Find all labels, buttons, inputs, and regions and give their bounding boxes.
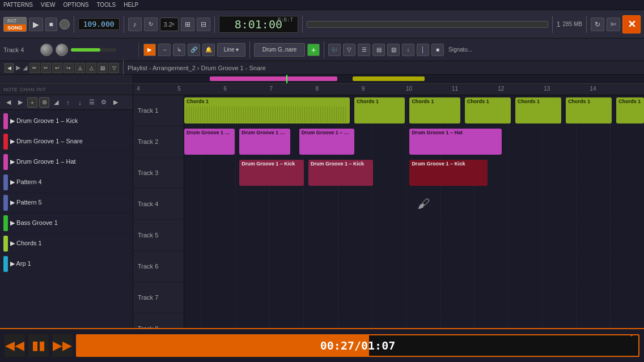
collapse-all-icon[interactable]: ◀ (3, 97, 14, 108)
clip-hat-c[interactable]: Drum Groove 1 – Hat (299, 129, 354, 155)
track-row-4[interactable]: 🖌 (184, 189, 644, 220)
pattern-item-7[interactable]: ▶ Arp 1 (0, 254, 133, 274)
expand-all-icon[interactable]: ▶ (15, 97, 26, 108)
pad-icon[interactable]: ■ (431, 44, 444, 56)
piano-roll-icon[interactable]: ▶ (143, 44, 156, 56)
fx-icon[interactable]: ▧ (387, 44, 400, 56)
progress-bar-container[interactable]: 00:27/01:07 (76, 334, 639, 357)
clip-chords1-c[interactable]: Chords 1 (409, 97, 460, 123)
clip-chords1-f[interactable]: Chords 1 (566, 97, 612, 123)
track-row-6[interactable] (184, 251, 644, 282)
vol-slider[interactable] (71, 48, 116, 52)
pattern-item-5[interactable]: ▶ Bass Groove 1 (0, 213, 133, 233)
channel-icon[interactable]: ☰ (358, 44, 370, 56)
instrument-add-btn[interactable]: + (307, 44, 320, 56)
tool-icon-1[interactable]: ✏ (29, 63, 40, 73)
scissors-icon[interactable]: ✄ (607, 18, 620, 31)
settings-icon[interactable]: ⚙ (99, 97, 109, 108)
remove-pattern-btn[interactable]: ⊗ (39, 97, 49, 108)
filter-icon[interactable]: ◢ (51, 97, 61, 108)
menu-patterns[interactable]: PATTERNS (3, 2, 33, 8)
track-label-0: Track 1 (133, 95, 184, 126)
arrow-up-icon[interactable]: ↑ (63, 97, 73, 108)
song-mode[interactable]: SONG (4, 24, 26, 31)
clip-chords1-a[interactable]: Chords 1 (184, 97, 350, 123)
ruler-num-11: 11 (452, 86, 458, 92)
pat-mode[interactable]: PAT (4, 18, 26, 24)
track-row-5[interactable] (184, 220, 644, 251)
link-icon[interactable]: 🔗 (188, 44, 200, 56)
curve-icon[interactable]: ↳ (173, 44, 185, 56)
clip-kick-a[interactable]: Drum Groove 1 – Kick (239, 160, 304, 186)
clip-chords1-g[interactable]: Chords 1 (616, 97, 644, 123)
track-row-1: Chords 1 Chords 1 Chords 1 Chords 1 Chor… (184, 95, 644, 126)
stop-button[interactable]: ■ (45, 18, 57, 31)
menu-view[interactable]: VIEW (41, 2, 56, 8)
pattern-item-0[interactable]: ▶ Drum Groove 1 – Kick (0, 111, 133, 131)
menu-options[interactable]: OPTIONS (63, 2, 88, 8)
arrow-down2-icon[interactable]: ↓ (75, 97, 85, 108)
tool-icon-5[interactable]: ◬ (75, 63, 85, 73)
clip-chords1-e[interactable]: Chords 1 (515, 97, 561, 123)
pat-song-toggle[interactable]: PAT SONG (3, 17, 27, 32)
breadcrumb-sep1: › (197, 65, 200, 71)
clip-hat-d[interactable]: Drum Groove 1 – Hat (409, 129, 501, 155)
minus-icon[interactable]: ⊟ (197, 18, 210, 31)
rewind-button[interactable]: ◀◀ (5, 334, 25, 357)
progress-fill (77, 335, 369, 356)
clip-kick-b[interactable]: Drum Groove 1 – Kick (308, 160, 373, 186)
clip-kick-c[interactable]: Drum Groove 1 – Kick (409, 160, 488, 186)
ruler-num-5: 5 (177, 86, 181, 92)
pattern-item-3[interactable]: ▶ Pattern 4 (0, 172, 133, 193)
vol-knob[interactable] (56, 44, 68, 56)
fast-forward-button[interactable]: ▶▶ (52, 334, 73, 357)
reorder-icon[interactable]: ☰ (87, 97, 97, 108)
eq-icon[interactable]: ▽ (343, 44, 355, 56)
tool-icon-2[interactable]: ✂ (41, 63, 51, 73)
num-display: 3.2k (160, 18, 179, 31)
clip-hat-a[interactable]: Drum Groove 1 – Hat (184, 129, 235, 155)
line-mode-selector[interactable]: Line ▾ (217, 43, 245, 57)
menu-tools[interactable]: TOOLS (96, 2, 116, 8)
bpm-display[interactable]: 109.000 (78, 18, 120, 30)
close-icon[interactable]: ✕ (622, 15, 641, 33)
plugin-icon[interactable]: 🔔 (202, 44, 215, 56)
plus-icon[interactable]: ⊞ (181, 18, 194, 31)
metronome-icon[interactable]: ♪ (128, 18, 142, 31)
pan-knob[interactable] (40, 44, 53, 56)
tool-icon-4[interactable]: ↪ (63, 63, 74, 73)
track-label-4: Track 5 (133, 220, 184, 251)
collapse-btn[interactable]: ◀ (5, 63, 14, 73)
breadcrumb-playlist: Playlist - Arrangement_2 (128, 65, 196, 71)
menu-help[interactable]: HELP (124, 2, 138, 8)
pattern-item-2[interactable]: ▶ Drum Groove 1 – Hat (0, 152, 133, 172)
play-button[interactable]: ▶ (29, 18, 43, 31)
pattern-item-6[interactable]: ▶ Chords 1 (0, 233, 133, 254)
track-row-8[interactable] (184, 313, 644, 328)
clip-chords1-d[interactable]: Chords 1 (465, 97, 511, 123)
mixer-icon[interactable]: 🎶 (328, 44, 341, 56)
track-row-7[interactable] (184, 282, 644, 313)
arrow-right-icon[interactable]: → (158, 44, 171, 56)
envelope-icon[interactable]: ▤ (372, 44, 385, 56)
refresh-icon[interactable]: ↻ (591, 18, 604, 31)
add-pattern-btn[interactable]: + (27, 97, 37, 108)
time-display: 8:01:00 B:B:T (219, 16, 298, 33)
play-pause-button[interactable]: ▮▮ (28, 334, 49, 357)
ruler-ticks: 4 5 6 7 8 9 10 11 12 13 14 (133, 84, 644, 95)
loop-icon[interactable]: ↻ (144, 18, 158, 31)
clip-chords1-b[interactable]: Chords 1 (354, 97, 405, 123)
pattern-item-4[interactable]: ▶ Pattern 5 (0, 193, 133, 213)
tool-icon-7[interactable]: ▤ (98, 63, 108, 73)
instrument-selector[interactable]: Drum G..nare (254, 43, 305, 57)
tool-icon-3[interactable]: ↩ (52, 63, 62, 73)
record-button[interactable] (60, 19, 70, 29)
snap-icon[interactable]: ◢ (23, 64, 27, 71)
speaker-icon[interactable]: ▶ (111, 97, 121, 108)
tool-icon-8[interactable]: ▽ (109, 63, 119, 73)
tool-icon-6[interactable]: △ (86, 63, 96, 73)
arrow-down-icon[interactable]: ↓ (402, 44, 414, 56)
clip-hat-b[interactable]: Drum Groove 1 – Hat (239, 129, 290, 155)
spectrum-icon[interactable]: │ (417, 44, 429, 56)
pattern-item-1[interactable]: ▶ Drum Groove 1 – Snare (0, 131, 133, 152)
